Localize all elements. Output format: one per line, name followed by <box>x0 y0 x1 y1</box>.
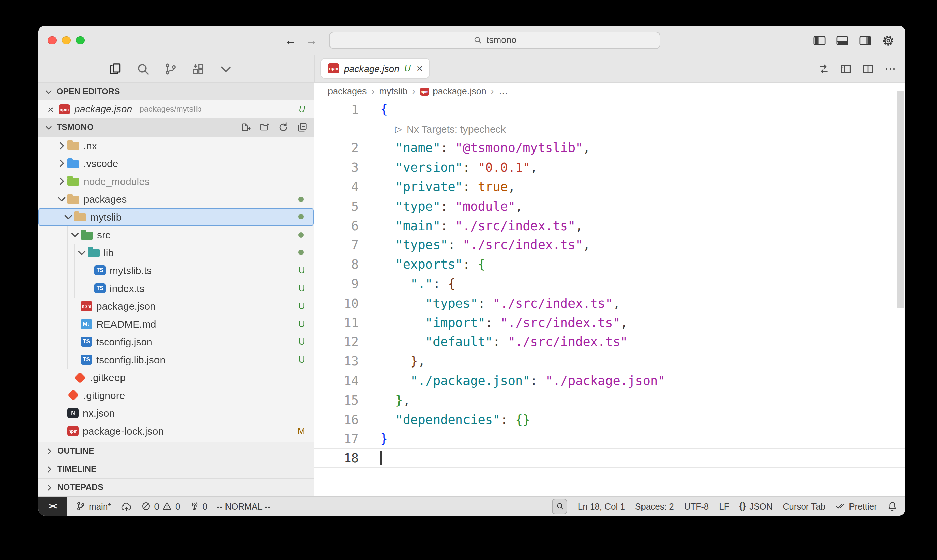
cursor-position[interactable]: Ln 18, Col 1 <box>578 501 625 511</box>
publish-changes[interactable] <box>121 501 132 511</box>
codelens-row: ▷Nx Targets: typecheck <box>314 119 905 138</box>
file-mytslib[interactable]: mytslib <box>38 208 314 226</box>
activity-explorer-icon[interactable] <box>108 62 123 76</box>
file-tsconfig-lib-json[interactable]: TStsconfig.lib.jsonU <box>38 351 314 369</box>
file-nx-json[interactable]: Nnx.json <box>38 404 314 422</box>
file-mytslib-ts[interactable]: TSmytslib.tsU <box>38 262 314 279</box>
file-readme-md[interactable]: M↓README.mdU <box>38 315 314 333</box>
ts-file-icon: TS <box>94 266 106 275</box>
refresh-icon[interactable] <box>278 122 289 132</box>
settings-gear-icon[interactable] <box>882 34 895 47</box>
breadcrumb-item-mytslib[interactable]: mytslib <box>379 86 408 96</box>
file-node-modules[interactable]: node_modules <box>38 172 314 190</box>
command-center[interactable]: tsmono <box>329 31 660 49</box>
file-package-lock-json[interactable]: npmpackage-lock.jsonM <box>38 422 314 440</box>
code-line-12: 12 "default": "./src/index.ts" <box>314 332 905 352</box>
formatter-prettier[interactable]: Prettier <box>835 501 877 511</box>
language-mode[interactable]: {}JSON <box>739 501 773 511</box>
close-editor-icon[interactable]: × <box>48 103 54 115</box>
problems[interactable]: 00 <box>142 501 180 511</box>
vim-mode[interactable]: -- NORMAL -- <box>217 501 270 511</box>
line-number: 8 <box>314 257 359 272</box>
tab-close-icon[interactable]: × <box>417 62 423 74</box>
workspace-header[interactable]: TSMONO <box>38 118 314 137</box>
git-status-badge: M <box>297 426 305 436</box>
indent-guide <box>67 333 68 351</box>
ports[interactable]: 0 <box>189 501 207 511</box>
close-window-button[interactable] <box>48 36 56 45</box>
more-actions-icon[interactable]: ⋯ <box>885 63 896 74</box>
line-number: 9 <box>314 277 359 291</box>
zoom-indicator[interactable] <box>552 498 568 514</box>
file-gitkeep[interactable]: .gitkeep <box>38 369 314 386</box>
open-editors-header[interactable]: OPEN EDITORS <box>38 83 314 100</box>
breadcrumb-item-packages[interactable]: packages <box>328 86 367 96</box>
open-changes-icon[interactable] <box>818 63 829 74</box>
breadcrumb-item-more[interactable]: … <box>499 86 508 96</box>
sidebar-section-outline[interactable]: OUTLINE <box>38 442 314 460</box>
activity-more-icon[interactable] <box>219 62 233 76</box>
toggle-sidebar-icon[interactable] <box>813 34 826 47</box>
line-content: "import": "./src/index.ts", <box>380 315 628 329</box>
file-index-ts[interactable]: TSindex.tsU <box>38 279 314 297</box>
back-arrow-icon[interactable]: ← <box>285 33 297 48</box>
file-lib[interactable]: lib <box>38 244 314 262</box>
breadcrumb-item-package-json[interactable]: npmpackage.json <box>420 86 486 96</box>
file-nx[interactable]: .nx <box>38 137 314 154</box>
minimize-window-button[interactable] <box>62 36 70 45</box>
remote-indicator[interactable]: >< <box>38 497 67 515</box>
new-folder-icon[interactable] <box>259 122 270 132</box>
code-area[interactable]: 1{▷Nx Targets: typecheck2 "name": "@tsmo… <box>314 100 905 468</box>
chevron-down-icon[interactable] <box>76 247 88 258</box>
chevron-down-icon[interactable] <box>69 229 81 241</box>
code-line-18: 18 <box>314 449 905 468</box>
maximize-window-button[interactable] <box>76 36 85 45</box>
open-editor-item[interactable]: × npm package.json packages/mytslib U <box>38 100 314 118</box>
file-gitignore[interactable]: .gitignore <box>38 386 314 404</box>
file-package-json[interactable]: npmpackage.jsonU <box>38 297 314 315</box>
codelens-nx-targets[interactable]: ▷Nx Targets: typecheck <box>380 123 506 134</box>
new-file-icon[interactable] <box>240 122 251 132</box>
chevron-right-icon[interactable] <box>56 140 67 151</box>
file-packages[interactable]: packages <box>38 190 314 208</box>
modified-dot-badge <box>298 250 303 255</box>
scrollbar-thumb[interactable] <box>897 91 904 308</box>
sidebar-section-timeline[interactable]: TIMELINE <box>38 460 314 478</box>
indent-guide <box>61 208 61 226</box>
notifications[interactable] <box>887 501 897 511</box>
open-preview-icon[interactable] <box>840 63 851 74</box>
activity-bar <box>38 55 314 82</box>
activity-source-control-icon[interactable] <box>163 62 178 76</box>
split-editor-icon[interactable] <box>862 63 874 74</box>
toggle-secondary-sidebar-icon[interactable] <box>859 34 872 47</box>
eol[interactable]: LF <box>719 501 729 511</box>
file-tsconfig-json[interactable]: TStsconfig.jsonU <box>38 333 314 351</box>
chevron-down-icon[interactable] <box>63 211 74 223</box>
line-content: "version": "0.0.1", <box>380 160 538 175</box>
collapse-all-icon[interactable] <box>297 122 308 132</box>
file-label: README.md <box>96 318 156 330</box>
forward-arrow-icon[interactable]: → <box>306 33 318 48</box>
activity-search-icon[interactable] <box>136 62 150 76</box>
chevron-down-icon[interactable] <box>56 194 67 205</box>
breadcrumb: packages›mytslib›npmpackage.json›… <box>314 83 905 100</box>
explorer-sidebar: OPEN EDITORS × npm package.json packages… <box>38 83 314 496</box>
modified-dot-badge <box>298 214 303 220</box>
chevron-right-icon[interactable] <box>56 176 67 187</box>
code-line-1: 1{ <box>314 100 905 119</box>
code-line-3: 3 "version": "0.0.1", <box>314 158 905 177</box>
cursor-tab[interactable]: Cursor Tab <box>783 501 826 511</box>
file-vscode[interactable]: .vscode <box>38 154 314 172</box>
line-number: 14 <box>314 374 359 388</box>
chevron-right-icon[interactable] <box>56 158 67 169</box>
folder-icon <box>67 160 79 168</box>
encoding[interactable]: UTF-8 <box>684 501 709 511</box>
indentation[interactable]: Spaces: 2 <box>635 501 674 511</box>
toggle-panel-icon[interactable] <box>836 34 849 47</box>
git-file-icon <box>74 372 86 383</box>
git-branch[interactable]: main* <box>76 501 111 511</box>
tab-package-json[interactable]: npm package.json U × <box>320 58 431 79</box>
activity-extensions-icon[interactable] <box>191 62 205 76</box>
sidebar-section-notepads[interactable]: NOTEPADS <box>38 478 314 496</box>
file-src[interactable]: src <box>38 226 314 244</box>
